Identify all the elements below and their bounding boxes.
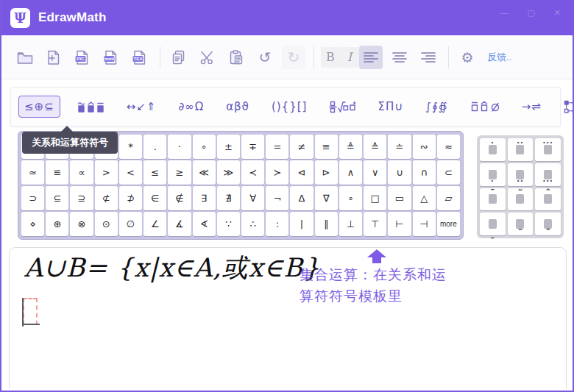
symbol-cell[interactable]: ▭ <box>388 186 411 210</box>
symbol-cell[interactable]: > <box>95 160 118 185</box>
symbol-cell[interactable]: ⊇ <box>70 186 93 210</box>
symbol-cell[interactable]: ⊄ <box>95 186 118 210</box>
symbol-cell[interactable]: : <box>266 212 288 236</box>
align-right-button[interactable] <box>417 46 440 69</box>
copy-button[interactable] <box>167 46 191 69</box>
symbol-cell[interactable]: ⊃ <box>21 186 44 210</box>
hat-below-template[interactable]: ˆ <box>535 213 561 235</box>
equation-text[interactable]: A∪B= {x|x∈A,或x∈B} <box>24 251 320 285</box>
tab-big-operators[interactable]: ΣΠ∪ <box>372 96 409 118</box>
symbol-cell[interactable]: ≜ <box>339 135 362 159</box>
symbol-cell[interactable]: ≡ <box>315 135 338 159</box>
undo-button[interactable]: ↺ <box>253 46 277 69</box>
symbol-cell[interactable]: ⊳ <box>315 160 338 185</box>
symbol-cell[interactable]: ⋄ <box>21 212 44 236</box>
triple-dot-below-template[interactable]: ··· <box>535 163 561 186</box>
tab-brackets[interactable]: (){}[] <box>266 96 313 118</box>
symbol-cell[interactable]: ≫ <box>217 160 240 185</box>
symbol-cell[interactable]: ≃ <box>21 160 44 185</box>
maximize-icon[interactable]: ▢ <box>527 9 534 17</box>
align-left-button[interactable] <box>359 46 383 69</box>
symbol-cell[interactable]: = <box>266 135 288 159</box>
double-dot-below-template[interactable]: ·· <box>508 163 534 186</box>
symbol-cell[interactable]: * <box>119 135 142 159</box>
empty-slot-placeholder[interactable] <box>23 298 38 325</box>
dot-below-template[interactable]: · <box>480 163 506 186</box>
triple-dot-above-template[interactable]: ··· <box>535 138 561 161</box>
new-file-button[interactable] <box>42 46 65 69</box>
symbol-cell[interactable]: · <box>168 135 191 159</box>
symbol-cell[interactable]: < <box>119 160 142 185</box>
symbol-cell[interactable]: ∝ <box>70 160 93 185</box>
open-file-button[interactable] <box>13 46 37 69</box>
symbol-cell[interactable]: ∩ <box>413 160 436 185</box>
cut-button[interactable] <box>196 46 219 69</box>
align-center-button[interactable] <box>388 46 411 69</box>
symbol-cell[interactable]: . <box>144 135 166 159</box>
symbol-cell[interactable]: ⊗ <box>70 212 93 236</box>
export-tex-button[interactable]: TEX <box>128 46 152 69</box>
symbol-cell[interactable]: ∨ <box>364 160 386 185</box>
symbol-cell[interactable]: ∈ <box>144 186 166 210</box>
symbol-cell[interactable]: ∉ <box>168 186 191 210</box>
symbol-cell[interactable]: ∧ <box>339 160 362 185</box>
tilde-below-template[interactable]: ˜ <box>508 213 534 235</box>
double-dot-above-template[interactable]: ·· <box>508 138 534 161</box>
export-mml-button[interactable]: mml <box>99 46 123 69</box>
symbol-cell[interactable]: ≺ <box>241 160 264 185</box>
redo-button[interactable]: ↻ <box>282 46 305 69</box>
symbol-cell[interactable]: ⊕ <box>46 212 68 236</box>
symbol-cell[interactable]: ∡ <box>168 212 191 236</box>
symbol-cell[interactable]: ≌ <box>46 160 68 185</box>
symbol-cell[interactable]: □ <box>364 186 386 210</box>
symbol-cell[interactable]: ≠ <box>290 135 313 159</box>
bold-button[interactable]: B <box>321 47 340 68</box>
symbol-cell[interactable]: ⊂ <box>437 160 460 185</box>
symbol-cell[interactable]: ⊙ <box>95 212 118 236</box>
italic-button[interactable]: I <box>340 47 359 68</box>
symbol-cell[interactable]: ≻ <box>266 160 288 185</box>
symbol-cell[interactable]: ▱ <box>437 186 460 210</box>
symbol-cell[interactable]: ≈ <box>437 135 460 159</box>
more-symbols-button[interactable]: more <box>437 212 460 236</box>
minimize-icon[interactable]: — <box>500 9 508 17</box>
tab-greek-letters[interactable]: αβϑ <box>220 96 255 118</box>
equation-canvas[interactable]: A∪B= {x|x∈A,或x∈B} 集合运算：在关系和运 算符符号模板里 <box>9 247 567 388</box>
feedback-button[interactable]: 反馈.. <box>487 51 511 64</box>
symbol-cell[interactable]: ≪ <box>193 160 216 185</box>
symbol-cell[interactable]: ¬ <box>266 186 288 210</box>
tab-relations-operators[interactable]: ≤⊕⊆ <box>18 96 60 118</box>
symbol-cell[interactable]: ∠ <box>144 212 166 236</box>
tab-matrix[interactable] <box>558 96 574 118</box>
tab-arrow-decorations[interactable]: →⇌ <box>516 96 548 118</box>
paste-button[interactable] <box>224 46 248 69</box>
symbol-cell[interactable]: ∢ <box>193 212 216 236</box>
symbol-cell[interactable]: ∓ <box>241 135 264 159</box>
symbol-cell[interactable]: ∅ <box>119 212 142 236</box>
symbol-cell[interactable]: ± <box>217 135 240 159</box>
symbol-cell[interactable]: ∾ <box>413 135 436 159</box>
tab-integrals[interactable]: ∫∮∯ <box>419 96 453 118</box>
symbol-cell[interactable]: ⊢ <box>388 212 411 236</box>
symbol-cell[interactable]: ∘ <box>193 135 216 159</box>
tab-misc-symbols[interactable]: ∂∞Ω <box>172 96 210 118</box>
symbol-cell[interactable]: ≥ <box>168 160 191 185</box>
symbol-cell[interactable]: ≐ <box>388 135 411 159</box>
symbol-cell[interactable]: ⊥ <box>339 212 362 236</box>
symbol-cell[interactable]: △ <box>413 186 436 210</box>
symbol-cell[interactable]: ∀ <box>241 186 264 210</box>
symbol-cell[interactable]: ∴ <box>241 212 264 236</box>
symbol-cell[interactable]: ⊅ <box>119 186 142 210</box>
close-icon[interactable]: ✕ <box>554 9 561 17</box>
tab-accents[interactable] <box>71 97 110 117</box>
tilde-above-template[interactable]: ˜ <box>508 188 534 211</box>
symbol-cell[interactable]: Δ <box>290 186 313 210</box>
symbol-cell[interactable]: ∪ <box>388 160 411 185</box>
symbol-cell[interactable]: ∘ <box>339 186 362 210</box>
bar-below-template[interactable]: ˍ <box>480 213 506 235</box>
symbol-cell[interactable]: ∃ <box>193 186 216 210</box>
symbol-cell[interactable]: ∄ <box>217 186 240 210</box>
symbol-cell[interactable]: ∥ <box>315 212 338 236</box>
symbol-cell[interactable]: ≙ <box>364 135 386 159</box>
tab-decorations[interactable] <box>464 96 506 117</box>
